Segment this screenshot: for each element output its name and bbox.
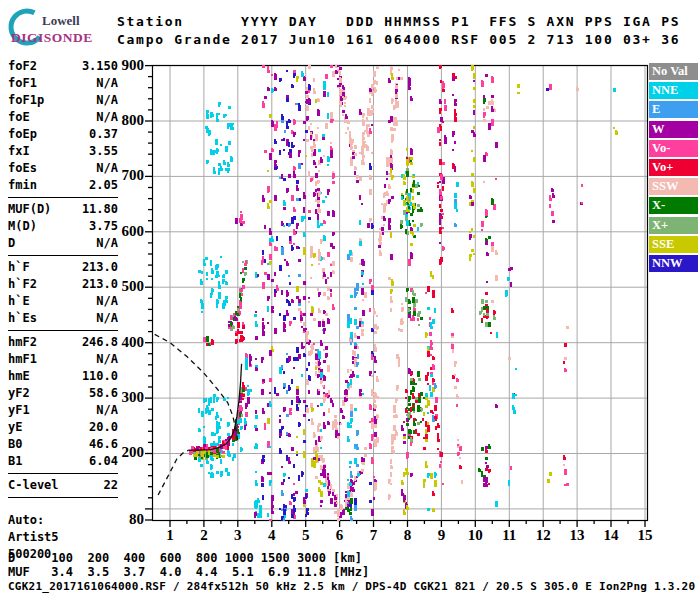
legend-item: Vo+ [649, 159, 698, 176]
y-axis-tick-label: 600 [104, 223, 144, 240]
legend-item: NNE [649, 82, 698, 99]
x-axis-tick-label: 8 [392, 527, 422, 544]
x-axis-tick-label: 2 [189, 527, 219, 544]
legend-item: X- [649, 197, 698, 214]
x-axis-tick-label: 7 [359, 527, 389, 544]
x-axis-tick-label: 15 [630, 527, 660, 544]
legend-item: No Val [649, 63, 698, 80]
direction-legend: No ValNNEEWVo-Vo+SSWX-X+SSENNW [649, 63, 698, 274]
x-axis-tick-label: 12 [528, 527, 558, 544]
d-muf-row: D 100 200 400 600 800 1000 1500 3000 [km… [8, 552, 369, 566]
y-axis-tick-label: 800 [104, 112, 144, 129]
y-axis-tick-label: 200 [104, 444, 144, 461]
x-axis-tick-label: 9 [426, 527, 456, 544]
d-muf-row: MUF 3.4 3.5 3.7 4.0 4.4 5.1 6.9 11.8 [MH… [8, 566, 369, 580]
x-axis-tick-label: 6 [325, 527, 355, 544]
legend-item: X+ [649, 217, 698, 234]
legend-item: W [649, 121, 698, 138]
y-axis-tick-label: 300 [104, 389, 144, 406]
x-axis-tick-label: 1 [155, 527, 185, 544]
y-axis-tick-label: 500 [104, 278, 144, 295]
x-axis-tick-label: 11 [494, 527, 524, 544]
y-axis-tick-label: 80 [104, 511, 144, 528]
legend-item: E [649, 101, 698, 118]
x-axis-tick-label: 4 [257, 527, 287, 544]
ionogram-page: Lowell DIGISONDE Station YYYY DAY DDD HH… [0, 0, 700, 600]
y-axis-tick-label: 700 [104, 167, 144, 184]
legend-item: SSW [649, 178, 698, 195]
x-axis-tick-label: 10 [460, 527, 490, 544]
x-axis-tick-label: 5 [291, 527, 321, 544]
legend-item: Vo- [649, 140, 698, 157]
x-axis-tick-label: 13 [562, 527, 592, 544]
x-axis-tick-label: 14 [596, 527, 626, 544]
d-muf-table: D 100 200 400 600 800 1000 1500 3000 [km… [8, 552, 369, 579]
footer-info-line: CGK21_2017161064000.RSF / 284fx512h 50 k… [8, 580, 695, 593]
y-axis-tick-label: 400 [104, 334, 144, 351]
y-axis-tick-label: 900 [104, 57, 144, 74]
legend-item: SSE [649, 236, 698, 253]
legend-item: NNW [649, 255, 698, 272]
ionogram-scatter [152, 65, 647, 521]
x-axis-tick-label: 3 [223, 527, 253, 544]
